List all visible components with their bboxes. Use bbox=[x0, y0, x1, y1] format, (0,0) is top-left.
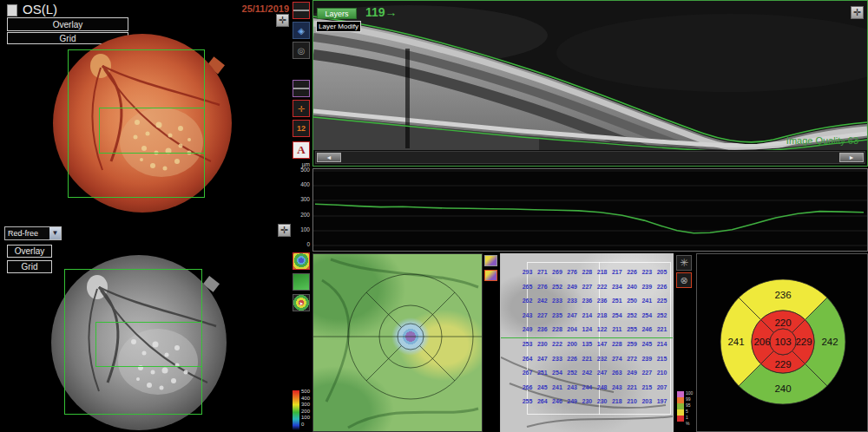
scroll-right-button[interactable]: ► bbox=[839, 153, 864, 162]
grid-value: 214 bbox=[580, 309, 595, 324]
grid-value: 274 bbox=[609, 352, 624, 367]
scan-number-marker: 119→ bbox=[365, 5, 398, 19]
grid-value: 266 bbox=[520, 381, 535, 396]
grid-value: 230 bbox=[595, 395, 609, 409]
grid-value: 267 bbox=[520, 366, 535, 381]
grid-value: 210 bbox=[654, 366, 669, 381]
grid-value: 249 bbox=[565, 280, 580, 295]
grid-value: 264 bbox=[520, 352, 535, 367]
center-move-icon[interactable]: ✛ bbox=[276, 14, 289, 27]
layers-button[interactable]: Layers bbox=[317, 8, 357, 19]
radial12-scan-icon[interactable]: 12 bbox=[293, 120, 310, 137]
sector-wheel-icon[interactable]: ✳ bbox=[676, 255, 692, 271]
grid-value: 254 bbox=[609, 309, 624, 324]
map-grid-style-icon-1[interactable] bbox=[484, 255, 497, 266]
green-map-icon[interactable] bbox=[293, 273, 310, 291]
enface-tool-icon[interactable]: ◈ bbox=[293, 22, 310, 39]
grid-value: 233 bbox=[565, 294, 580, 309]
grid-value: 218 bbox=[595, 309, 609, 324]
grid-value: 247 bbox=[565, 309, 580, 324]
grid-tools-column: ✳ ⊗ 100 99 95 5 1 % bbox=[674, 253, 696, 432]
image-quality-label: Image Quality 63 bbox=[786, 135, 858, 146]
crosshair-scan-icon[interactable]: ✛ bbox=[293, 100, 310, 117]
grid-value: 205 bbox=[654, 265, 669, 280]
grid-value: 228 bbox=[580, 265, 595, 280]
grid-value: 243 bbox=[520, 309, 535, 324]
grid-value: 122 bbox=[595, 323, 609, 337]
grid-value: 269 bbox=[549, 265, 564, 280]
image-filter-value: Red-free bbox=[8, 229, 38, 238]
grid-value: 135 bbox=[580, 337, 595, 352]
grid-value: 272 bbox=[625, 352, 640, 367]
grid-value: 252 bbox=[549, 280, 564, 295]
thickness-map-panel[interactable] bbox=[312, 253, 483, 432]
grid-value: 246 bbox=[549, 395, 564, 409]
grid-button-redfree[interactable]: Grid bbox=[7, 260, 52, 273]
document-icon bbox=[7, 4, 17, 16]
thickness-map-icon[interactable] bbox=[293, 252, 310, 270]
grid-value: 252 bbox=[625, 309, 640, 324]
grid-value: 234 bbox=[609, 280, 624, 295]
grid-value: 255 bbox=[625, 323, 640, 337]
grid-value: 242 bbox=[535, 294, 549, 309]
disc-tool-icon[interactable]: ◎ bbox=[293, 42, 310, 59]
center-move-icon[interactable]: ✛ bbox=[851, 6, 864, 19]
scroll-left-button[interactable]: ◄ bbox=[317, 153, 341, 162]
bscan-scrollbar[interactable]: ◄ ► bbox=[315, 151, 865, 164]
grid-value: 226 bbox=[565, 352, 580, 367]
thickness-values-panel[interactable]: 2932712692762282182172262232052652762522… bbox=[500, 253, 674, 432]
image-filter-dropdown[interactable]: Red-free ▼ bbox=[4, 226, 62, 240]
map-grid-style-icon-2[interactable] bbox=[484, 270, 497, 281]
grid-value: 211 bbox=[609, 323, 624, 337]
layers-tool-icon[interactable] bbox=[293, 2, 310, 19]
grid-value: 228 bbox=[549, 323, 564, 337]
grid-value: 243 bbox=[565, 381, 580, 396]
grid-value: 276 bbox=[535, 280, 549, 295]
etdrs-value-outer-right: 242 bbox=[821, 337, 838, 347]
grid-value: 222 bbox=[595, 280, 609, 295]
grid-value: 255 bbox=[520, 395, 535, 409]
grid-value: 225 bbox=[654, 294, 669, 309]
grid-value: 263 bbox=[609, 366, 624, 381]
deviation-map-icon[interactable]: ➤ bbox=[293, 294, 310, 311]
grid-value: 247 bbox=[535, 352, 549, 367]
etdrs-sector-panel: 236 220 241 206 103 229 242 229 240 bbox=[696, 253, 868, 432]
grid-value: 244 bbox=[580, 381, 595, 396]
etdrs-value-outer-bottom: 240 bbox=[774, 383, 791, 394]
grid-value: 235 bbox=[549, 309, 564, 324]
grid-value: 239 bbox=[640, 352, 654, 367]
grid-value: 241 bbox=[640, 294, 654, 309]
thickness-profile-chart bbox=[313, 169, 867, 251]
grid-value: 246 bbox=[640, 323, 654, 337]
grid-value: 251 bbox=[535, 366, 549, 381]
grid-value: 228 bbox=[609, 337, 624, 352]
layer-modify-button[interactable]: Layer Modify bbox=[316, 21, 361, 32]
grid-value: 232 bbox=[595, 352, 609, 367]
grid-value: 245 bbox=[640, 337, 654, 352]
grid-value: 214 bbox=[654, 337, 669, 352]
axis-tick: 100 bbox=[292, 226, 310, 232]
grid-target-icon[interactable]: ⊗ bbox=[676, 272, 692, 288]
oct-bscan-image[interactable] bbox=[313, 1, 867, 150]
thickness-profile-panel[interactable] bbox=[312, 168, 868, 252]
overlay-button-color[interactable]: Overlay bbox=[7, 17, 128, 31]
axis-tick: 0 bbox=[292, 241, 310, 247]
etdrs-value-inner-top: 220 bbox=[774, 317, 791, 328]
overlay-button-redfree[interactable]: Overlay bbox=[7, 245, 52, 258]
grid-value: 233 bbox=[549, 294, 564, 309]
axis-tick: 500 bbox=[292, 167, 310, 173]
chevron-down-icon[interactable]: ▼ bbox=[49, 227, 61, 239]
grid-value: 236 bbox=[595, 294, 609, 309]
scan-inner-rectangle bbox=[99, 108, 205, 154]
axis-tick: 400 bbox=[292, 181, 310, 187]
etdrs-value-outer-left: 241 bbox=[727, 337, 744, 347]
grid-value: 226 bbox=[654, 280, 669, 295]
slab-tool-icon[interactable] bbox=[293, 80, 310, 97]
center-move-icon[interactable]: ✛ bbox=[278, 224, 291, 237]
grid-value: 271 bbox=[535, 265, 549, 280]
etdrs-value-outer-top: 236 bbox=[774, 290, 791, 300]
annotation-tool-icon[interactable]: A bbox=[293, 141, 310, 159]
etdrs-sector-chart[interactable]: 236 220 241 206 103 229 242 229 240 bbox=[697, 254, 867, 431]
grid-value: 253 bbox=[520, 337, 535, 352]
oct-review-screen: OS(L) 25/11/2019 ✛ Overlay Grid bbox=[0, 0, 868, 432]
